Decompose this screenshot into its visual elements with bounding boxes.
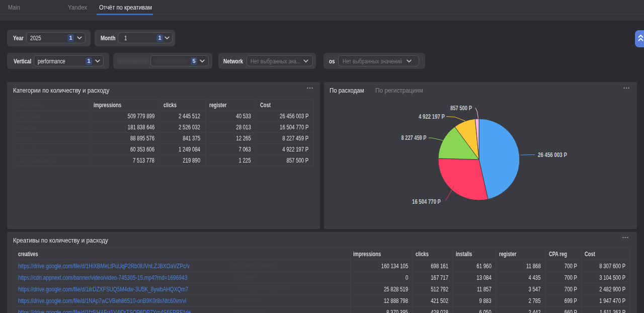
svg-text:857 500 P: 857 500 P xyxy=(450,105,472,111)
svg-text:4 922 197 P: 4 922 197 P xyxy=(419,113,445,120)
svg-text:16 504 770 P: 16 504 770 P xyxy=(412,198,441,204)
svg-text:8 227 459 P: 8 227 459 P xyxy=(401,134,426,140)
svg-text:26 456 003 P: 26 456 003 P xyxy=(538,151,567,158)
